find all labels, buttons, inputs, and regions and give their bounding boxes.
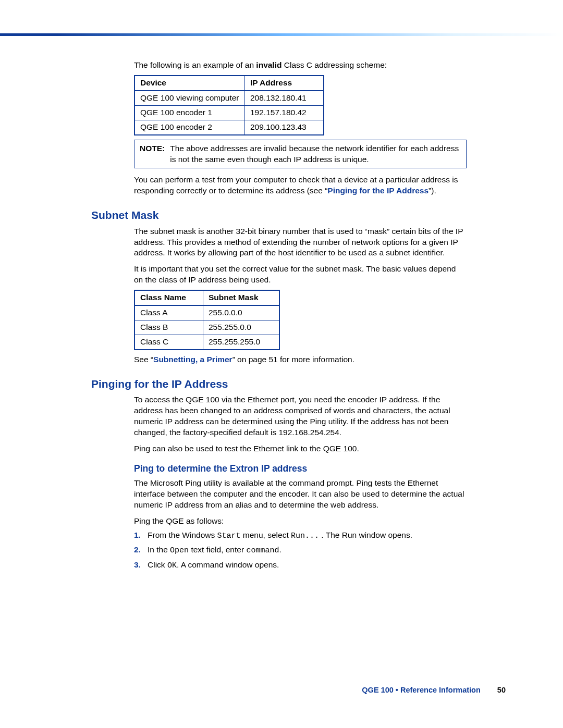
table-cell: 255.255.0.0 — [203, 320, 280, 335]
page-number: 50 — [497, 686, 506, 694]
note-label: NOTE: — [140, 143, 165, 165]
paragraph: To access the QGE 100 via the Ethernet p… — [134, 394, 467, 438]
table-row: Class B 255.255.0.0 — [134, 320, 279, 335]
table-row: QGE 100 viewing computer 208.132.180.41 — [134, 91, 324, 105]
table-cell: 209.100.123.43 — [245, 120, 324, 134]
list-item: 1. From the Windows Start menu, select R… — [134, 530, 467, 541]
step-number: 2. — [134, 545, 141, 556]
footer-text: QGE 100 • Reference Information — [362, 686, 480, 694]
subnet-footer-paragraph: See “Subnetting, a Primer” on page 51 fo… — [134, 354, 467, 365]
table-header: Subnet Mask — [203, 290, 280, 305]
steps-list: 1. From the Windows Start menu, select R… — [134, 530, 467, 571]
table-row: QGE 100 encoder 2 209.100.123.43 — [134, 120, 324, 134]
table-cell: QGE 100 viewing computer — [134, 91, 245, 105]
paragraph: Ping the QGE as follows: — [134, 516, 467, 527]
table-cell: 255.255.255.0 — [203, 335, 280, 350]
heading-ping-determine: Ping to determine the Extron IP address — [134, 463, 467, 475]
list-item: 3. Click OK. A command window opens. — [134, 560, 467, 571]
paragraph: The subnet mask is another 32-bit binary… — [134, 226, 467, 259]
step-number: 1. — [134, 530, 141, 541]
table-cell: Class B — [134, 320, 203, 335]
text: In the — [148, 545, 170, 554]
text: From the Windows — [148, 530, 217, 539]
table-cell: Class C — [134, 335, 203, 350]
text: . The Run window opens. — [319, 530, 412, 539]
text: text field, enter — [189, 545, 246, 554]
table-cell: Class A — [134, 305, 203, 320]
heading-pinging-ip: Pinging for the IP Address — [91, 377, 467, 391]
note-box: NOTE: The above addresses are invalid be… — [134, 140, 467, 169]
list-item: 2. In the Open text field, enter command… — [134, 545, 467, 556]
page-content: The following is an example of an invali… — [91, 60, 467, 574]
link-pinging-ip[interactable]: Pinging for the IP Address — [327, 186, 429, 195]
paragraph: The Microsoft Ping utility is available … — [134, 478, 467, 511]
table-cell: 255.0.0.0 — [203, 305, 280, 320]
note-text: The above addresses are invalid because … — [170, 143, 461, 165]
text: Class C addressing scheme: — [282, 60, 387, 69]
mono-text: command — [246, 546, 279, 555]
paragraph: Ping can also be used to test the Ethern… — [134, 443, 467, 454]
page-footer: QGE 100 • Reference Information 50 — [362, 685, 506, 696]
text: ” on page 51 for more information. — [232, 355, 354, 364]
table-cell: QGE 100 encoder 1 — [134, 105, 245, 120]
paragraph: It is important that you set the correct… — [134, 264, 467, 286]
table-row: Class C 255.255.255.0 — [134, 335, 279, 350]
table-row: Class A 255.0.0.0 — [134, 305, 279, 320]
text: ”). — [429, 186, 436, 195]
link-subnetting-primer[interactable]: Subnetting, a Primer — [153, 355, 232, 364]
text: . A command window opens. — [177, 560, 279, 569]
step-number: 3. — [134, 560, 141, 571]
table-header: Class Name — [134, 290, 203, 305]
text: The following is an example of an — [134, 60, 256, 69]
subnet-mask-table: Class Name Subnet Mask Class A 255.0.0.0… — [134, 290, 280, 350]
table-row: QGE 100 encoder 1 192.157.180.42 — [134, 105, 324, 120]
mono-text: Run... — [291, 532, 319, 540]
table-header: Device — [134, 76, 245, 91]
text: See “ — [134, 355, 153, 364]
text: . — [279, 545, 281, 554]
mono-text: OK — [167, 561, 177, 570]
text: Click — [148, 560, 167, 569]
table-cell: 208.132.180.41 — [245, 91, 324, 105]
after-note-paragraph: You can perform a test from your compute… — [134, 175, 467, 196]
table-cell: QGE 100 encoder 2 — [134, 120, 245, 134]
table-header: IP Address — [245, 76, 324, 91]
invalid-address-table: Device IP Address QGE 100 viewing comput… — [134, 75, 324, 135]
mono-text: Start — [217, 532, 241, 540]
header-gradient-bar — [0, 33, 563, 36]
mono-text: Open — [170, 546, 189, 555]
intro-paragraph: The following is an example of an invali… — [134, 60, 467, 71]
heading-subnet-mask: Subnet Mask — [91, 208, 467, 223]
text: menu, select — [241, 530, 291, 539]
bold-text: invalid — [256, 60, 282, 69]
table-cell: 192.157.180.42 — [245, 105, 324, 120]
